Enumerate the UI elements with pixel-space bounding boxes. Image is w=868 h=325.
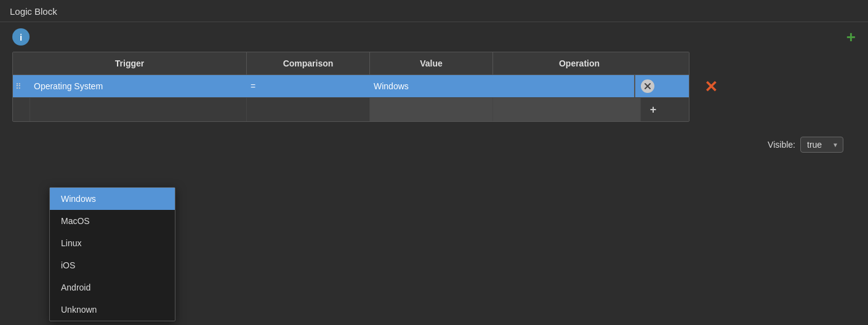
drag-handle[interactable]: ⠿	[13, 75, 24, 97]
visible-select[interactable]: true false	[800, 137, 843, 153]
visible-row: Visible: true false	[12, 137, 856, 153]
table-row-2-empty: +	[13, 98, 689, 121]
add-rule-button[interactable]: +	[846, 29, 856, 45]
comparison-cell[interactable]: =	[241, 75, 364, 97]
window: Logic Block i + Trigger Comparison Value…	[0, 0, 868, 325]
header-trigger: Trigger	[13, 52, 247, 74]
main-content: Trigger Comparison Value Operation ⠿ Ope…	[0, 52, 868, 325]
title-bar: Logic Block	[0, 0, 868, 22]
trigger-cell[interactable]: Operating System	[24, 75, 241, 97]
dropdown-option-windows[interactable]: Windows	[50, 188, 175, 210]
logic-table: Trigger Comparison Value Operation ⠿ Ope…	[12, 52, 689, 122]
add-row-button[interactable]: +	[641, 98, 665, 121]
header-operation: Operation	[493, 52, 665, 74]
operation-cell[interactable]	[487, 75, 635, 97]
table-row-1: ⠿ Operating System = Windows	[13, 75, 689, 98]
toolbar: i +	[0, 22, 868, 52]
clear-value-button[interactable]	[635, 75, 659, 97]
dropdown-option-macos[interactable]: MacOS	[50, 210, 175, 232]
visible-label: Visible:	[768, 140, 795, 150]
value-cell[interactable]: Windows	[364, 75, 487, 97]
header-comparison: Comparison	[247, 52, 370, 74]
dropdown-option-ios[interactable]: iOS	[50, 254, 175, 276]
dropdown-option-android[interactable]: Android	[50, 276, 175, 299]
window-title: Logic Block	[10, 6, 57, 17]
table-outer-row: Trigger Comparison Value Operation ⠿ Ope…	[12, 52, 856, 122]
info-button[interactable]: i	[12, 28, 30, 46]
header-value: Value	[370, 52, 493, 74]
dropdown-option-unknown[interactable]: Unknown	[50, 299, 175, 321]
table-header: Trigger Comparison Value Operation	[13, 52, 689, 75]
visible-select-wrapper: true false	[800, 137, 843, 153]
value-dropdown[interactable]: Windows MacOS Linux iOS Android Unknown	[49, 187, 175, 321]
row-actions: ✕	[694, 79, 718, 95]
dropdown-option-linux[interactable]: Linux	[50, 232, 175, 254]
delete-row-button[interactable]: ✕	[704, 79, 718, 95]
